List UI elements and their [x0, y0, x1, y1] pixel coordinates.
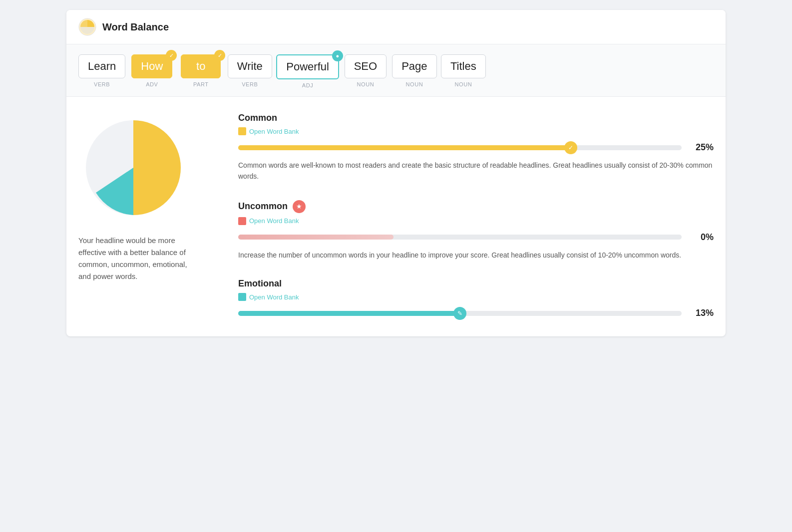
main-content: Your headline would be more effective wi… — [66, 97, 726, 336]
metric-emotional-header: Emotional — [238, 278, 714, 289]
metric-common-header: Common — [238, 113, 714, 123]
word-chip-titles[interactable]: Titles NOUN — [441, 54, 486, 87]
emotional-bar-track: ✎ — [238, 311, 682, 316]
word-chip-powerful[interactable]: ● Powerful ADJ — [276, 54, 339, 88]
chip-box-write: Write — [228, 54, 272, 78]
logo-icon — [78, 18, 96, 36]
metric-common-title: Common — [238, 113, 277, 123]
chip-box-titles: Titles — [441, 54, 486, 78]
words-section: Learn VERB ✓ How ADV ✓ to PART — [66, 44, 726, 97]
words-row: Learn VERB ✓ How ADV ✓ to PART — [78, 54, 714, 88]
common-open-bank-link[interactable]: Open Word Bank — [238, 127, 714, 135]
right-panel: Common Open Word Bank ✓ 25% Common words… — [238, 113, 714, 320]
emotional-percent: 13% — [690, 308, 714, 318]
emotional-bar-thumb: ✎ — [453, 307, 466, 320]
word-chip-learn[interactable]: Learn VERB — [78, 54, 125, 87]
common-bar-row: ✓ 25% — [238, 142, 714, 153]
emotional-book-icon — [238, 293, 246, 301]
common-bar-track: ✓ — [238, 145, 682, 150]
chip-box-how: ✓ How — [131, 54, 172, 78]
word-balance-card: Word Balance Learn VERB ✓ How ADV — [66, 10, 726, 336]
chip-box-to: ✓ to — [181, 54, 221, 78]
common-bar-fill — [238, 145, 571, 150]
badge-to: ✓ — [214, 50, 225, 61]
metric-emotional-title: Emotional — [238, 278, 282, 289]
common-bar-thumb: ✓ — [564, 141, 577, 154]
common-description: Common words are well-known to most read… — [238, 160, 714, 182]
badge-powerful: ● — [332, 50, 343, 61]
uncommon-open-bank-link[interactable]: Open Word Bank — [238, 217, 714, 225]
word-chip-to[interactable]: ✓ to PART — [178, 54, 223, 87]
metric-uncommon-title: Uncommon — [238, 201, 288, 212]
common-percent: 25% — [690, 142, 714, 153]
uncommon-description: Increase the number of uncommon words in… — [238, 250, 714, 261]
word-chip-seo[interactable]: SEO NOUN — [343, 54, 388, 87]
chip-box-page: Page — [392, 54, 436, 78]
header: Word Balance — [66, 10, 726, 44]
chip-box-powerful: ● Powerful — [276, 54, 339, 79]
chip-box-learn: Learn — [78, 54, 125, 78]
metric-uncommon: Uncommon ★ Open Word Bank 0% Increase th… — [238, 200, 714, 261]
left-panel: Your headline would be more effective wi… — [78, 113, 218, 320]
uncommon-bar-row: 0% — [238, 232, 714, 243]
metric-emotional: Emotional Open Word Bank ✎ 13% — [238, 278, 714, 320]
emotional-open-bank-link[interactable]: Open Word Bank — [238, 293, 714, 301]
metric-common: Common Open Word Bank ✓ 25% Common words… — [238, 113, 714, 182]
badge-how: ✓ — [166, 50, 177, 61]
uncommon-percent: 0% — [690, 232, 714, 243]
uncommon-bar-fill — [238, 235, 394, 240]
uncommon-book-icon — [238, 217, 246, 225]
left-description: Your headline would be more effective wi… — [78, 235, 198, 282]
word-chip-write[interactable]: Write VERB — [227, 54, 272, 87]
uncommon-star-icon: ★ — [293, 200, 306, 213]
page-title: Word Balance — [102, 21, 169, 33]
emotional-bar-row: ✎ 13% — [238, 308, 714, 318]
uncommon-bar-track — [238, 235, 682, 240]
metric-uncommon-header: Uncommon ★ — [238, 200, 714, 213]
common-book-icon — [238, 127, 246, 135]
emotional-bar-fill — [238, 311, 460, 316]
word-chip-how[interactable]: ✓ How ADV — [129, 54, 174, 87]
word-chip-page[interactable]: Page NOUN — [392, 54, 437, 87]
pie-svg — [78, 113, 188, 223]
pie-chart — [78, 113, 188, 223]
chip-box-seo: SEO — [345, 54, 387, 78]
